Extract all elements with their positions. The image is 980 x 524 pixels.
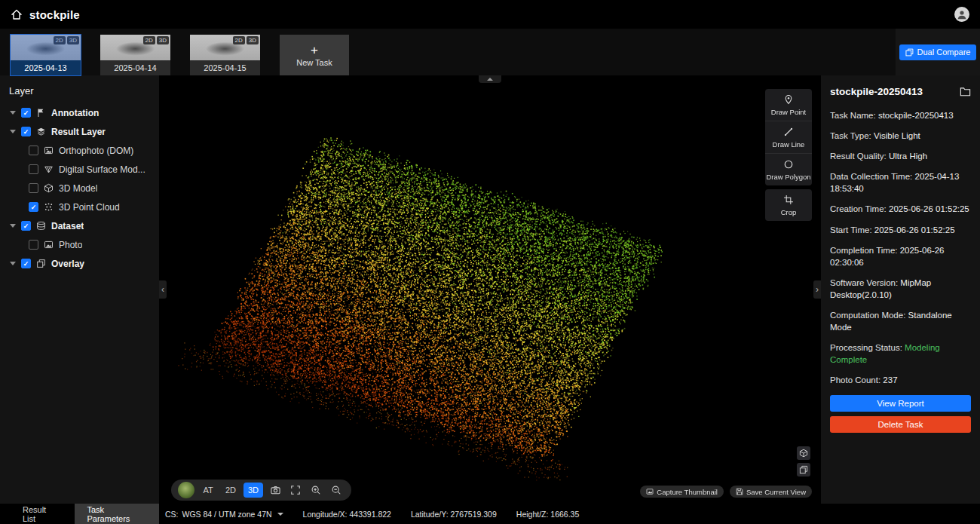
layer-checkbox[interactable]: ✓: [21, 127, 31, 136]
app-title: stockpile: [29, 8, 80, 21]
view-mode-at[interactable]: AT: [198, 483, 218, 498]
map-layers-icon[interactable]: [797, 463, 810, 477]
view-report-button[interactable]: View Report: [830, 395, 971, 412]
collapse-left-panel-button[interactable]: ‹: [159, 280, 167, 299]
badge-2d: 2D: [54, 36, 66, 44]
draw-polygon-button[interactable]: Draw Polygon: [765, 153, 812, 185]
layer-checkbox[interactable]: ✓: [29, 202, 38, 212]
fit-frame-button[interactable]: [287, 483, 304, 498]
draw-tools-panel: Draw Point Draw Line Draw Polygon: [765, 89, 812, 185]
nav-cube-icon[interactable]: [797, 446, 810, 460]
layer-label: Dataset: [51, 221, 84, 231]
crop-tool-panel: Crop: [765, 189, 812, 221]
task-tab-2025-04-13[interactable]: 2D3D2025-04-13: [11, 35, 81, 75]
crs-label: CS:: [165, 510, 179, 519]
layer-item-annotation[interactable]: ✓Annotation: [0, 103, 159, 122]
draw-polygon-label: Draw Polygon: [766, 173, 810, 181]
layer-label: Annotation: [51, 108, 99, 118]
layer-checkbox[interactable]: [29, 146, 38, 155]
detail-field: Creation Time: 2025-06-26 01:52:25: [830, 203, 971, 215]
layer-tree: ✓Annotation✓Result LayerOrthophoto (DOM)…: [0, 103, 159, 273]
task-tab-2025-04-14[interactable]: 2D3D2025-04-14: [100, 35, 170, 75]
point-cloud-icon: [43, 202, 54, 213]
task-title: stockpile-20250413: [830, 86, 923, 97]
minimap-thumbnail[interactable]: [178, 482, 194, 498]
task-thumbnail: 2D3D: [100, 35, 170, 60]
capture-thumbnail-button[interactable]: Capture Thumbnail: [640, 486, 724, 498]
save-view-icon: [736, 488, 743, 495]
layer-item-result-layer[interactable]: ✓Result Layer: [0, 122, 159, 141]
zoom-out-button[interactable]: [328, 483, 345, 498]
task-tab-2025-04-15[interactable]: 2D3D2025-04-15: [190, 35, 260, 75]
save-current-view-label: Save Current View: [746, 488, 806, 496]
layer-label: 3D Model: [59, 183, 97, 194]
layer-checkbox[interactable]: [29, 164, 38, 174]
layer-item-overlay[interactable]: ✓Overlay: [0, 254, 159, 273]
draw-point-label: Draw Point: [771, 108, 806, 116]
detail-field: Task Type: Visible Light: [830, 130, 971, 142]
dual-compare-button[interactable]: Dual Compare: [899, 44, 977, 60]
top-bar: stockpile: [0, 0, 980, 29]
folder-icon[interactable]: [960, 87, 971, 97]
layer-label: Photo: [59, 240, 82, 250]
tab-task-parameters[interactable]: Task Parameters: [75, 504, 159, 524]
taskbar-right-section: Dual Compare: [896, 29, 980, 75]
tab-result-list[interactable]: Result List: [23, 505, 60, 523]
overlay-icon: [35, 259, 47, 269]
draw-point-button[interactable]: Draw Point: [765, 89, 812, 121]
crop-button[interactable]: Crop: [765, 189, 812, 221]
layer-label: 3D Point Cloud: [59, 202, 120, 213]
layer-panel-title: Layer: [0, 75, 159, 103]
view-mode-switcher: AT2D3D: [198, 483, 263, 498]
draw-line-label: Draw Line: [773, 140, 805, 149]
layer-item-3d-point-cloud[interactable]: ✓3D Point Cloud: [0, 198, 159, 216]
view-mode-3d[interactable]: 3D: [243, 483, 263, 498]
task-thumbnail: 2D3D: [11, 35, 81, 60]
longitude-readout: Longitude/X: 443391.822: [303, 510, 391, 519]
home-icon[interactable]: [11, 8, 23, 20]
collapse-top-panel-button[interactable]: [479, 75, 501, 83]
collapse-caret-icon[interactable]: [9, 224, 17, 228]
delete-task-button[interactable]: Delete Task: [830, 416, 971, 433]
detail-field: Software Version: MipMap Desktop(2.0.10): [830, 277, 971, 301]
layer-checkbox[interactable]: ✓: [21, 221, 31, 231]
badge-3d: 3D: [157, 36, 169, 44]
detail-field: Computation Mode: Standalone Mode: [830, 309, 971, 333]
collapse-caret-icon[interactable]: [9, 262, 17, 265]
point-cloud-canvas[interactable]: [159, 75, 821, 504]
task-date: 2025-04-15: [190, 60, 260, 75]
badge-2d: 2D: [233, 36, 245, 44]
detail-field: Data Collection Time: 2025-04-13 18:53:4…: [830, 170, 971, 195]
layer-item-3d-model[interactable]: 3D Model: [0, 179, 159, 198]
new-task-button[interactable]: + New Task: [280, 35, 349, 75]
coordinate-readout: CS: WGS 84 / UTM zone 47N Longitude/X: 4…: [165, 510, 579, 519]
collapse-right-panel-button[interactable]: ›: [813, 280, 821, 299]
layer-item-digital-surface-mod[interactable]: Digital Surface Mod...: [0, 160, 159, 179]
layer-checkbox[interactable]: ✓: [21, 108, 31, 118]
user-avatar[interactable]: [954, 7, 969, 22]
draw-line-icon: [783, 127, 794, 137]
layer-item-orthophoto-dom[interactable]: Orthophoto (DOM): [0, 141, 159, 160]
chevron-down-icon: [277, 513, 283, 516]
app-root: stockpile 2D3D2025-04-132D3D2025-04-142D…: [0, 0, 980, 524]
screenshot-camera-button[interactable]: [267, 483, 283, 498]
save-current-view-button[interactable]: Save Current View: [730, 486, 812, 498]
orthophoto-icon: [43, 146, 54, 156]
view-mode-2d[interactable]: 2D: [221, 483, 240, 498]
crs-selector[interactable]: CS: WGS 84 / UTM zone 47N: [165, 510, 283, 519]
layer-checkbox[interactable]: [29, 183, 38, 193]
layer-checkbox[interactable]: [29, 240, 38, 250]
collapse-caret-icon[interactable]: [9, 111, 17, 115]
main-content: Layer ✓Annotation✓Result LayerOrthophoto…: [0, 75, 980, 504]
collapse-caret-icon[interactable]: [9, 130, 17, 133]
result-layer-icon: [35, 127, 47, 137]
layer-item-photo[interactable]: Photo: [0, 235, 159, 254]
task-thumbnail: 2D3D: [190, 35, 260, 60]
bottom-bar: Result List Task Parameters CS: WGS 84 /…: [0, 504, 980, 524]
layer-label: Orthophoto (DOM): [59, 146, 133, 156]
draw-line-button[interactable]: Draw Line: [765, 121, 812, 153]
layer-checkbox[interactable]: ✓: [21, 259, 31, 268]
zoom-in-button[interactable]: [308, 483, 324, 498]
map-viewport: ‹ › Draw Point Draw Line: [159, 75, 821, 504]
layer-item-dataset[interactable]: ✓Dataset: [0, 216, 159, 235]
